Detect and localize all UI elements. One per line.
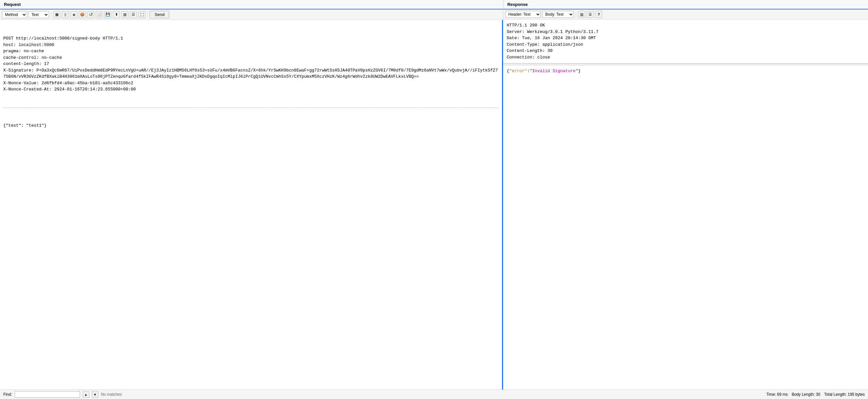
find-down-button[interactable]: ▼ — [92, 391, 98, 398]
request-panel-header: Request — [0, 0, 503, 9]
upload-button[interactable]: ⬆ — [113, 11, 120, 18]
request-content-area[interactable]: POST http://localhost:5000/signed-body H… — [0, 20, 503, 390]
format-select[interactable]: Text JSON XML — [28, 11, 49, 18]
response-panel-header: Response — [503, 0, 868, 9]
refresh-icon: ↺ — [89, 12, 93, 18]
screen-icon: ⬜ — [97, 12, 102, 16]
main-layout: Request Method GET POST PUT DELETE Text … — [0, 0, 868, 399]
body-separator — [3, 107, 499, 108]
response-toolbar: Header: Text Header: JSON Body: Text Bod… — [503, 9, 868, 20]
screen-button[interactable]: ⬜ — [96, 11, 103, 18]
resp-help-icon: ? — [598, 12, 600, 16]
rows-icon: ☰ — [132, 12, 135, 16]
grid-view-button[interactable]: ▦ — [53, 11, 60, 18]
cookie-icon: 🍪 — [80, 12, 85, 16]
send-button[interactable]: Send — [150, 11, 169, 18]
rows-button[interactable]: ☰ — [130, 11, 137, 18]
refresh-button[interactable]: ↺ — [87, 11, 94, 18]
cookie-button[interactable]: 🍪 — [79, 11, 86, 18]
request-toolbar: Method GET POST PUT DELETE Text JSON XML… — [0, 9, 503, 20]
record-button[interactable]: ⏺ — [70, 11, 78, 18]
arr-down-icon: ▼ — [93, 393, 97, 396]
expand-icon: ⛶ — [140, 13, 144, 16]
cols-icon: ▥ — [123, 12, 126, 16]
request-headers-text: POST http://localhost:5000/signed-body H… — [3, 35, 499, 93]
request-title: Request — [4, 2, 21, 7]
panels: Request Method GET POST PUT DELETE Text … — [0, 0, 868, 390]
find-input[interactable] — [15, 391, 80, 398]
status-right: Time: 69 ms Body Length: 30 Total Length… — [766, 392, 865, 397]
resp-rows-icon: ☰ — [589, 12, 592, 16]
save-button[interactable]: 💾 — [104, 11, 112, 18]
resp-cols-button[interactable]: ▥ — [578, 11, 585, 18]
body-length-label: Body Length: 30 — [792, 392, 820, 397]
upload-icon: ⬆ — [115, 12, 118, 16]
resp-sep1 — [576, 11, 576, 17]
response-body-colon: : — [527, 69, 530, 73]
response-panel: Response Header: Text Header: JSON Body:… — [503, 0, 868, 390]
expand-button[interactable]: ⛶ — [138, 11, 146, 18]
status-bar: Find: ▲ ▼ No matches Time: 69 ms Body Le… — [0, 390, 868, 399]
method-select[interactable]: Method GET POST PUT DELETE — [2, 11, 27, 18]
arr-up-icon: ▲ — [84, 393, 88, 396]
record-icon: ⏺ — [72, 13, 76, 16]
request-body-text: {"test": "test1"} — [3, 123, 499, 129]
response-error-value: "Invalid Signature" — [530, 69, 578, 73]
resp-help-button[interactable]: ? — [595, 11, 602, 18]
response-body-area[interactable]: {"error":"Invalid Signature"} — [503, 65, 868, 390]
response-body-error-close: } — [578, 69, 581, 73]
response-body-format-select[interactable]: Body: Text Body: JSON — [542, 11, 574, 18]
resp-cols-icon: ▥ — [580, 12, 583, 16]
save-icon: 💾 — [105, 12, 110, 16]
response-headers-text: HTTP/1.1 200 OK Server: Werkzeug/3.0.1 P… — [506, 22, 865, 60]
sep1 — [51, 12, 51, 18]
response-header-format-select[interactable]: Header: Text Header: JSON — [505, 11, 541, 18]
find-label: Find: — [3, 392, 12, 397]
request-panel: Request Method GET POST PUT DELETE Text … — [0, 0, 503, 390]
sep2 — [147, 12, 148, 18]
response-title: Response — [507, 2, 527, 7]
total-length-label: Total Length: 195 bytes — [824, 392, 865, 397]
find-up-button[interactable]: ▲ — [83, 391, 89, 398]
vsplit-button[interactable]: ▯ — [62, 11, 69, 18]
time-label: Time: 69 ms — [766, 392, 788, 397]
resp-rows-button[interactable]: ☰ — [587, 11, 594, 18]
response-headers-area[interactable]: HTTP/1.1 200 OK Server: Werkzeug/3.0.1 P… — [503, 20, 868, 63]
cols-button[interactable]: ▥ — [121, 11, 128, 18]
grid-icon: ▦ — [55, 12, 59, 16]
vsplit-icon: ▯ — [64, 12, 66, 16]
no-matches-label: No matches — [101, 392, 122, 397]
response-error-key: "error" — [509, 69, 527, 73]
